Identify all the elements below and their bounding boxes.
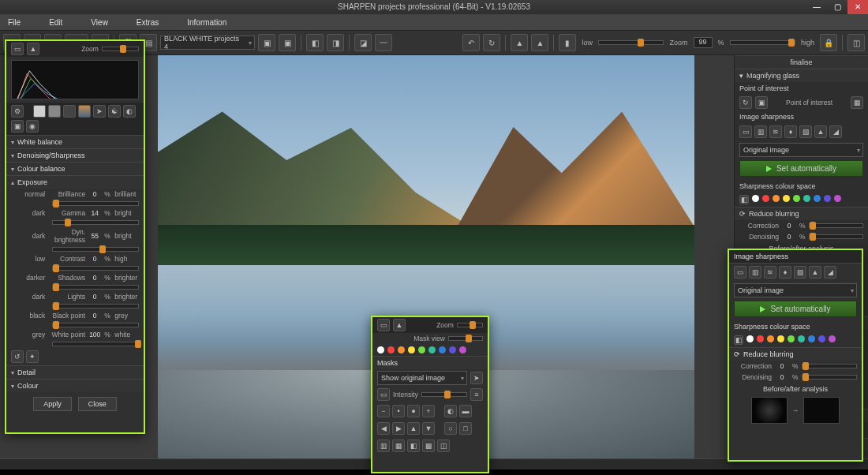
mode-fx1-icon[interactable]: ☯ [108,105,121,118]
cspace-orange[interactable] [773,195,780,202]
float-auto-button[interactable]: Set automatically [734,301,857,317]
minimize-button[interactable]: — [806,0,827,14]
ft5-icon[interactable]: ▧ [794,266,806,279]
float-toggle-icon[interactable]: ◧ [734,335,743,345]
mc-red[interactable] [387,346,395,353]
locate-icon[interactable]: ▦ [851,96,863,109]
mt2-icon[interactable]: ▦ [392,439,405,452]
ft4-icon[interactable]: ♦ [779,266,791,279]
contrast-slider[interactable] [52,266,139,271]
float-reduce[interactable]: ⟳Reduce blurring [729,347,862,361]
mask-refresh-icon[interactable]: ➤ [470,372,483,384]
wb-section[interactable]: ▾White balance [6,135,144,148]
mc-white[interactable] [377,346,384,353]
float-denoise-slider[interactable] [802,375,857,380]
mask-square-icon[interactable]: □ [459,422,472,435]
mt5-icon[interactable]: ◫ [437,439,450,452]
preset-combo[interactable]: BLACK WHITE projects 4 [160,36,255,50]
denoise-slider[interactable] [809,234,863,239]
mask-right-icon[interactable]: ▶ [392,422,405,435]
reset-icon[interactable]: ↺ [11,350,24,363]
mask-left-icon[interactable]: ◀ [377,422,390,435]
mt4-icon[interactable]: ▩ [422,439,435,452]
ft6-icon[interactable]: ▲ [809,266,821,279]
tool1-icon[interactable]: ▭ [739,125,752,138]
mode-light-icon[interactable] [33,105,46,118]
tool6-icon[interactable]: ▲ [814,125,827,138]
cspace-indigo[interactable] [824,195,831,202]
fd-violet[interactable] [829,335,836,342]
compare2-icon[interactable]: ◨ [327,34,344,51]
fd-white[interactable] [746,335,754,342]
magnify-section[interactable]: ▾Magnifying glass [735,69,868,82]
menu-edit[interactable]: Edit [49,18,62,27]
zoom-value[interactable]: 99 [694,37,713,48]
curve-icon[interactable]: 〰 [375,34,392,51]
cb-section[interactable]: ▾Colour balance [6,162,144,175]
preview-icon[interactable]: ▭ [11,43,24,55]
fd-red[interactable] [757,335,764,342]
dynb-slider[interactable] [52,247,139,252]
mc-blue[interactable] [439,346,446,353]
fd-teal[interactable] [798,335,805,342]
ft7-icon[interactable]: ◢ [824,266,836,279]
mc-indigo[interactable] [449,346,456,353]
crop-icon[interactable]: ◫ [847,34,865,51]
close-panel-button[interactable]: Close [78,397,117,411]
mode-dark-icon[interactable] [63,105,76,118]
mt3-icon[interactable]: ◧ [407,439,420,452]
dns-section[interactable]: ▾Denoising/Sharpness [6,148,144,162]
fd-indigo[interactable] [818,335,825,342]
mt1-icon[interactable]: ▥ [377,439,390,452]
brilliance-slider[interactable] [52,201,139,206]
cspace-green[interactable] [793,195,800,202]
fd-green[interactable] [788,335,795,342]
shadows-slider[interactable] [52,285,139,290]
mask-circle-icon[interactable]: ○ [444,422,457,435]
finalise-button[interactable]: finalise [735,55,868,69]
brush-sub-icon[interactable]: − [377,405,390,417]
mask-view-slider[interactable] [448,336,483,341]
reduce-section[interactable]: ⟳Reduce blurring [735,207,868,220]
detail-section[interactable]: ▾Detail [6,365,144,379]
exp-section[interactable]: ▴Exposure [6,175,144,189]
mask-enable-icon[interactable]: ▭ [377,388,390,401]
gear-icon[interactable]: ⚙ [11,105,24,118]
mc-green[interactable] [418,346,425,353]
set-auto-button[interactable]: Set automatically [739,160,863,177]
tool2-icon[interactable]: ▥ [754,125,767,138]
mode-fx2-icon[interactable]: ◐ [123,105,136,118]
sharp-mode-combo[interactable]: Original image [739,143,863,157]
fd-yellow[interactable] [777,335,784,342]
ft2-icon[interactable]: ▥ [749,266,761,279]
close-button[interactable]: ✕ [847,0,868,14]
zoom-slider-high[interactable] [730,40,795,45]
mode-color-icon[interactable] [78,105,91,118]
menu-information[interactable]: Information [187,18,226,27]
menu-file[interactable]: File [8,18,21,27]
export1-icon[interactable]: ▣ [258,34,275,51]
refresh-icon[interactable]: ↻ [739,96,752,109]
lock-icon[interactable]: 🔒 [820,34,837,51]
cspace-teal[interactable] [803,195,810,202]
ft1-icon[interactable]: ▭ [734,266,746,279]
cspace-blue[interactable] [814,195,821,202]
mask-up-icon[interactable]: ▲ [407,422,420,435]
mode-cam-icon[interactable]: ▣ [11,120,24,133]
bp-slider[interactable] [52,323,139,327]
float-after-thumb[interactable] [803,397,840,424]
mask-stepper-icon[interactable]: ≡ [470,388,483,401]
target-icon[interactable]: ▣ [755,96,768,109]
mask-invert-icon[interactable]: ◐ [444,405,457,417]
gamma-slider[interactable] [52,220,139,225]
ft3-icon[interactable]: ≋ [764,266,776,279]
left-zoom-slider[interactable] [102,47,139,51]
mc-yellow[interactable] [408,346,415,353]
fd-blue[interactable] [808,335,815,342]
float-correction-slider[interactable] [802,364,857,368]
cspace-toggle-icon[interactable]: ◧ [739,195,749,204]
mc-orange[interactable] [398,346,405,353]
compare-icon[interactable]: ◧ [306,34,324,51]
cspace-white[interactable] [752,195,759,202]
lights-slider[interactable] [52,304,139,309]
